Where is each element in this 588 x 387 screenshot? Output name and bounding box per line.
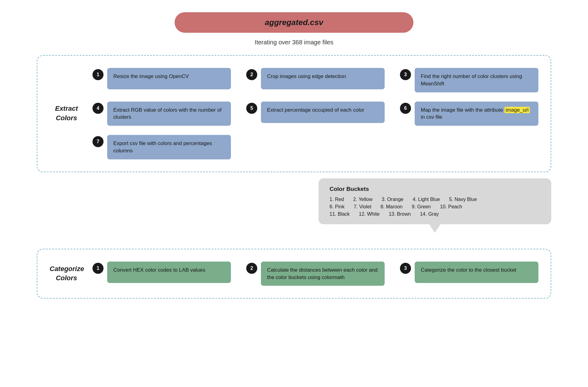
- cat-step-box-3: Categorize the color to the closest buck…: [415, 262, 538, 283]
- color-row-1: 1. Red 2. Yellow 3. Orange 4. Light Blue…: [330, 197, 540, 202]
- color-item-green: 9. Green: [412, 204, 431, 210]
- color-item-maroon: 8. Maroon: [380, 204, 402, 210]
- step-number-6: 6: [400, 103, 411, 114]
- step-number-4: 4: [92, 103, 104, 114]
- step-box-5: Extract percentage occupied of each colo…: [261, 102, 385, 123]
- categorize-section: CategorizeColors 1 Convert HEX color cod…: [37, 249, 551, 299]
- step-box-4: Extract RGB value of colors with the num…: [107, 102, 231, 126]
- step-number-7: 7: [92, 136, 104, 147]
- color-item-orange: 3. Orange: [382, 197, 403, 202]
- cat-step-1: 1 Convert HEX color codes to LAB values: [92, 262, 231, 286]
- color-item-lightblue: 4. Light Blue: [413, 197, 440, 202]
- step6-text-before: Map the image file with the attribute: [421, 107, 504, 113]
- pill-label: aggregated.csv: [265, 18, 323, 27]
- header-pill: aggregated.csv: [175, 12, 413, 33]
- color-item-brown: 13. Brown: [389, 211, 411, 217]
- step-box-1: Resize the image using OpenCV: [107, 68, 231, 89]
- cat-step-number-2: 2: [246, 263, 257, 274]
- color-buckets-box: Color Buckets 1. Red 2. Yellow 3. Orange…: [318, 178, 551, 224]
- step-box-3: Find the right number of color clusters …: [415, 68, 538, 92]
- color-item-white: 12. White: [359, 211, 380, 217]
- extract-step-7: 7 Export csv file with colors and percen…: [92, 135, 231, 159]
- extract-step-6: 6 Map the image file with the attribute …: [400, 102, 538, 126]
- color-row-2: 6. Pink 7. Violet 8. Maroon 9. Green 10.…: [330, 204, 540, 210]
- color-item-gray: 14. Gray: [420, 211, 439, 217]
- extract-step-4: 4 Extract RGB value of colors with the n…: [92, 102, 231, 126]
- step-box-7: Export csv file with colors and percenta…: [107, 135, 231, 159]
- color-buckets-grid: 1. Red 2. Yellow 3. Orange 4. Light Blue…: [330, 197, 540, 217]
- categorize-steps-row: 1 Convert HEX color codes to LAB values …: [92, 262, 538, 286]
- color-item-yellow: 2. Yellow: [353, 197, 372, 202]
- color-item-black: 11. Black: [330, 211, 350, 217]
- iterating-text: Iterating over 368 image files: [255, 39, 334, 46]
- extract-step-2: 2 Crop images using edge detection: [246, 68, 385, 92]
- color-item-navyblue: 5. Navy Blue: [449, 197, 477, 202]
- cat-step-number-3: 3: [400, 263, 411, 274]
- step-number-5: 5: [246, 103, 257, 114]
- extract-steps-grid: 1 Resize the image using OpenCV 2 Crop i…: [92, 68, 538, 159]
- cat-step-box-2: Calculate the distances between each col…: [261, 262, 385, 286]
- cat-step-3: 3 Categorize the color to the closest bu…: [400, 262, 538, 286]
- step-box-6: Map the image file with the attribute im…: [415, 102, 538, 126]
- step6-text-after: in csv file: [421, 114, 442, 120]
- step-box-2: Crop images using edge detection: [261, 68, 385, 89]
- extract-label: ExtractColors: [50, 104, 83, 123]
- extract-step-1: 1 Resize the image using OpenCV: [92, 68, 231, 92]
- cat-step-number-1: 1: [92, 263, 104, 274]
- color-item-violet: 7. Violet: [354, 204, 371, 210]
- categorize-label: CategorizeColors: [50, 264, 83, 283]
- step6-highlight: image_url: [504, 107, 530, 113]
- extract-step-3: 3 Find the right number of color cluster…: [400, 68, 538, 92]
- color-buckets-title: Color Buckets: [330, 186, 540, 192]
- main-content: ExtractColors 1 Resize the image using O…: [37, 55, 551, 299]
- color-item-pink: 6. Pink: [330, 204, 345, 210]
- cat-step-box-1: Convert HEX color codes to LAB values: [107, 262, 231, 283]
- extract-step-5: 5 Extract percentage occupied of each co…: [246, 102, 385, 126]
- color-row-3: 11. Black 12. White 13. Brown 14. Gray: [330, 211, 540, 217]
- color-item-red: 1. Red: [330, 197, 344, 202]
- color-buckets-wrapper: Color Buckets 1. Red 2. Yellow 3. Orange…: [37, 178, 551, 224]
- color-item-peach: 10. Peach: [440, 204, 462, 210]
- step-number-1: 1: [92, 69, 104, 80]
- extract-section: ExtractColors 1 Resize the image using O…: [37, 55, 551, 172]
- cat-step-2: 2 Calculate the distances between each c…: [246, 262, 385, 286]
- step-number-3: 3: [400, 69, 411, 80]
- step-number-2: 2: [246, 69, 257, 80]
